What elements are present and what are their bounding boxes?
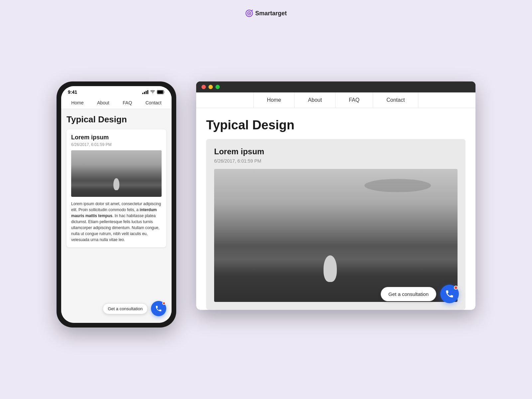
wifi-icon <box>150 90 155 94</box>
browser-nav-faq[interactable]: FAQ <box>335 92 373 108</box>
phone-inner: 9:41 <box>61 86 172 323</box>
phone-status-bar: 9:41 <box>61 86 172 97</box>
phone-call-icon <box>155 305 162 312</box>
svg-point-2 <box>248 13 250 14</box>
svg-line-3 <box>251 10 252 11</box>
browser-minimize-dot[interactable] <box>208 85 213 89</box>
browser-card: Lorem ipsum 6/26/2017, 6:01:59 PM Get a … <box>206 139 466 310</box>
phone-mockup: 9:41 <box>57 81 176 328</box>
phone-nav-about[interactable]: About <box>95 99 111 106</box>
battery-icon <box>157 90 165 94</box>
phone-card-body: Lorem ipsum dolor sit amet, consectetur … <box>71 201 162 243</box>
phone-card-title: Lorem ipsum <box>71 134 162 141</box>
browser-card-title: Lorem ipsum <box>214 147 458 156</box>
phone-nav-faq[interactable]: FAQ <box>121 99 134 106</box>
signal-bar-4 <box>147 90 148 94</box>
browser-cta-bubble[interactable]: Get a consultation <box>381 287 436 301</box>
phone-card-date: 6/26/2017, 6:01:59 PM <box>71 142 162 147</box>
browser-cta-button[interactable] <box>440 285 459 303</box>
phone-card-image <box>71 150 162 197</box>
browser-maximize-dot[interactable] <box>215 85 220 89</box>
logo-icon <box>245 9 253 17</box>
phone-page-title: Typical Design <box>66 114 166 125</box>
browser-card-image <box>214 169 458 302</box>
browser-cta-area: Get a consultation <box>381 285 459 303</box>
logo-text: Smartarget <box>255 10 287 17</box>
phone-time: 9:41 <box>68 89 77 95</box>
phone-status-icons <box>142 90 165 94</box>
browser-content: Typical Design Lorem ipsum 6/26/2017, 6:… <box>196 108 475 310</box>
signal-bar-3 <box>146 91 147 94</box>
browser-nav: Home About FAQ Contact <box>196 92 475 108</box>
svg-rect-5 <box>158 91 163 94</box>
signal-bar-1 <box>142 93 143 94</box>
phone-cta-notification-dot <box>162 302 166 305</box>
phone-cta-area: Get a consultation <box>61 301 172 316</box>
browser-close-dot[interactable] <box>201 85 206 89</box>
browser-nav-about[interactable]: About <box>295 92 335 108</box>
browser-titlebar <box>196 81 475 92</box>
app-logo: Smartarget <box>245 9 287 17</box>
phone-beach-scene <box>71 150 162 197</box>
browser-phone-call-icon <box>445 289 454 299</box>
phone-nav-contact[interactable]: Contact <box>144 99 164 106</box>
phone-cta-bubble[interactable]: Get a consultation <box>103 303 148 314</box>
signal-bar-2 <box>144 92 145 94</box>
phone-nav-home[interactable]: Home <box>69 99 85 106</box>
browser-page-title: Typical Design <box>206 118 466 132</box>
browser-body: Home About FAQ Contact Typical Design Lo… <box>196 92 475 310</box>
browser-beach-scene <box>214 169 458 302</box>
signal-bars-icon <box>142 90 148 94</box>
browser-cta-notification-dot <box>454 286 458 290</box>
browser-mockup: Home About FAQ Contact Typical Design Lo… <box>196 81 475 310</box>
phone-nav: Home About FAQ Contact <box>61 97 172 109</box>
main-content: 9:41 <box>57 81 475 328</box>
browser-card-date: 6/26/2017, 6:01:59 PM <box>214 158 458 164</box>
phone-card: Lorem ipsum 6/26/2017, 6:01:59 PM Lorem … <box>66 129 166 247</box>
browser-nav-home[interactable]: Home <box>253 92 295 108</box>
browser-nav-contact[interactable]: Contact <box>373 92 418 108</box>
phone-cta-button[interactable] <box>151 301 166 316</box>
phone-body: Typical Design Lorem ipsum 6/26/2017, 6:… <box>61 109 172 323</box>
